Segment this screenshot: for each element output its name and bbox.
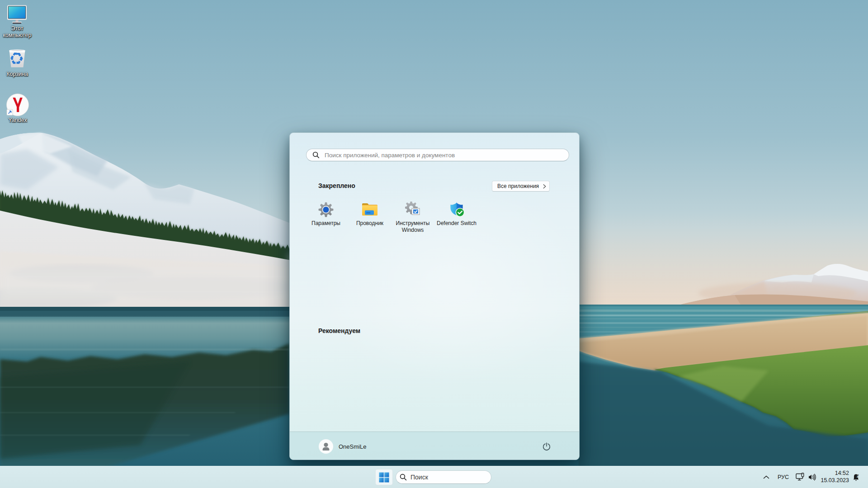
svg-text:z: z bbox=[858, 474, 859, 476]
